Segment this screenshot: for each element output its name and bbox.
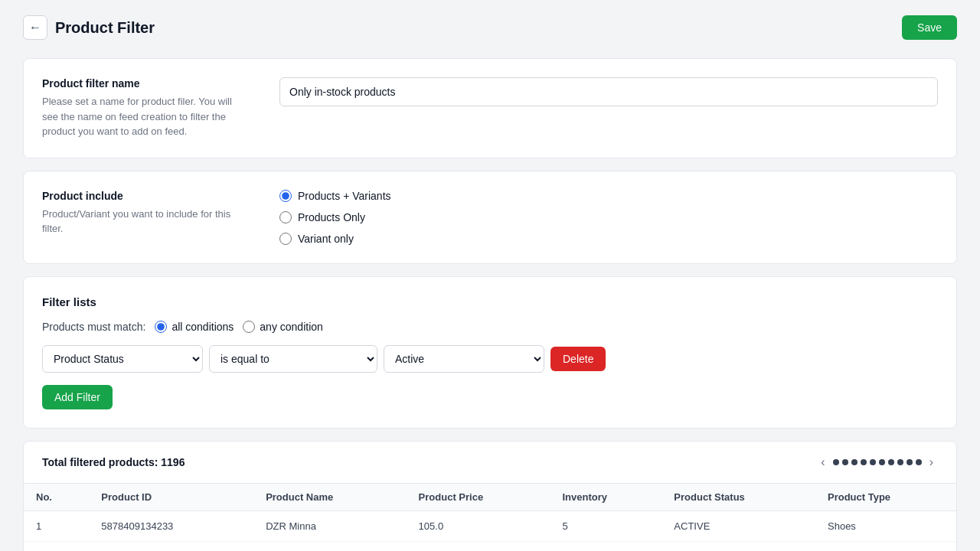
- table-cell-1: 36961467924633: [89, 541, 253, 551]
- filter-lists-section: Filter lists Products must match: all co…: [23, 276, 957, 429]
- filter-name-input[interactable]: [279, 77, 938, 106]
- table-cell-6: Shoes: [815, 541, 956, 551]
- filter-field-select[interactable]: Product Status Product Price Inventory P…: [42, 345, 203, 373]
- results-title: Total filtered products: 1196: [42, 456, 185, 468]
- radio-products-only-label: Products Only: [298, 211, 365, 223]
- filter-row: Product Status Product Price Inventory P…: [42, 345, 938, 373]
- pagination-next[interactable]: ›: [925, 454, 938, 471]
- table-cell-4: 1: [550, 541, 662, 551]
- match-all-label: all conditions: [172, 321, 234, 333]
- col-inventory: Inventory: [550, 484, 662, 511]
- col-product-status: Product Status: [662, 484, 815, 511]
- table-cell-3: 105.00: [407, 541, 550, 551]
- pagination-dot-5[interactable]: [870, 459, 876, 465]
- filter-value-select[interactable]: Active Draft Archived: [384, 345, 544, 373]
- table-cell-4: 5: [550, 510, 662, 541]
- filter-name-label-col: Product filter name Please set a name fo…: [42, 77, 249, 139]
- table-cell-5: ACTIVE: [662, 510, 815, 541]
- radio-variant-only[interactable]: Variant only: [279, 233, 938, 245]
- pagination: ‹ ›: [816, 454, 938, 471]
- radio-products-variants-label: Products + Variants: [298, 190, 391, 202]
- radio-variant-only-input[interactable]: [279, 233, 292, 245]
- match-row: Products must match: all conditions any …: [42, 321, 938, 333]
- table-header-row: No. Product ID Product Name Product Pric…: [24, 484, 956, 511]
- results-section: Total filtered products: 1196 ‹ › No.: [23, 441, 957, 552]
- pagination-dot-3[interactable]: [851, 459, 858, 465]
- product-include-label-col: Product include Product/Variant you want…: [42, 190, 249, 236]
- radio-products-only-input[interactable]: [279, 211, 292, 223]
- table-cell-2: DZR Minna: [253, 510, 406, 541]
- table-row: 15878409134233DZR Minna105.05ACTIVEShoes: [24, 510, 956, 541]
- col-no: No.: [24, 484, 89, 511]
- product-include-radio-group: Products + Variants Products Only Varian…: [279, 190, 938, 245]
- filter-name-heading: Product filter name: [42, 77, 249, 90]
- table-row: 236961467924633DZR Minna - 41105.001ACTI…: [24, 541, 956, 551]
- delete-filter-button[interactable]: Delete: [550, 347, 606, 371]
- product-include-heading: Product include: [42, 190, 249, 202]
- results-header: Total filtered products: 1196 ‹ ›: [24, 442, 956, 484]
- product-include-description: Product/Variant you want to include for …: [42, 207, 249, 236]
- match-label: Products must match:: [42, 321, 145, 333]
- product-include-section: Product include Product/Variant you want…: [23, 171, 957, 264]
- results-table: No. Product ID Product Name Product Pric…: [24, 484, 956, 552]
- back-button[interactable]: ←: [23, 15, 47, 40]
- radio-products-variants-input[interactable]: [279, 190, 292, 202]
- pagination-dot-2[interactable]: [842, 459, 848, 465]
- pagination-dot-1[interactable]: [833, 459, 839, 465]
- save-button[interactable]: Save: [902, 15, 957, 40]
- col-product-name: Product Name: [253, 484, 406, 511]
- pagination-dot-7[interactable]: [888, 459, 894, 465]
- radio-variant-only-label: Variant only: [298, 233, 354, 245]
- pagination-dot-4[interactable]: [861, 459, 867, 465]
- page-title: Product Filter: [55, 19, 155, 37]
- table-cell-0: 1: [24, 510, 89, 541]
- pagination-dot-10[interactable]: [916, 459, 922, 465]
- match-any-label: any condition: [260, 321, 323, 333]
- product-include-content: Products + Variants Products Only Varian…: [279, 190, 938, 245]
- pagination-dot-9[interactable]: [906, 459, 913, 465]
- col-product-type: Product Type: [815, 484, 956, 511]
- filter-name-content: [279, 77, 938, 106]
- radio-products-only[interactable]: Products Only: [279, 211, 938, 223]
- table-cell-2: DZR Minna - 41: [253, 541, 406, 551]
- filter-lists-title: Filter lists: [42, 295, 938, 308]
- match-all-input[interactable]: [155, 321, 167, 333]
- pagination-dot-8[interactable]: [897, 459, 903, 465]
- pagination-dot-6[interactable]: [879, 459, 885, 465]
- table-cell-3: 105.0: [407, 510, 550, 541]
- col-product-id: Product ID: [89, 484, 253, 511]
- filter-name-description: Please set a name for product filer. You…: [42, 94, 249, 139]
- add-filter-button[interactable]: Add Filter: [42, 385, 113, 409]
- match-any-condition[interactable]: any condition: [243, 321, 323, 333]
- header-left: ← Product Filter: [23, 15, 155, 40]
- col-product-price: Product Price: [407, 484, 550, 511]
- table-cell-5: ACTIVE: [662, 541, 815, 551]
- radio-products-variants[interactable]: Products + Variants: [279, 190, 938, 202]
- match-all-conditions[interactable]: all conditions: [155, 321, 234, 333]
- pagination-prev[interactable]: ‹: [816, 454, 829, 471]
- table-cell-0: 2: [24, 541, 89, 551]
- filter-operator-select[interactable]: is equal to is not equal to contains doe…: [209, 345, 377, 373]
- match-any-input[interactable]: [243, 321, 255, 333]
- table-cell-6: Shoes: [815, 510, 956, 541]
- page-header: ← Product Filter Save: [23, 15, 957, 40]
- filter-name-section: Product filter name Please set a name fo…: [23, 58, 957, 158]
- table-cell-1: 5878409134233: [89, 510, 253, 541]
